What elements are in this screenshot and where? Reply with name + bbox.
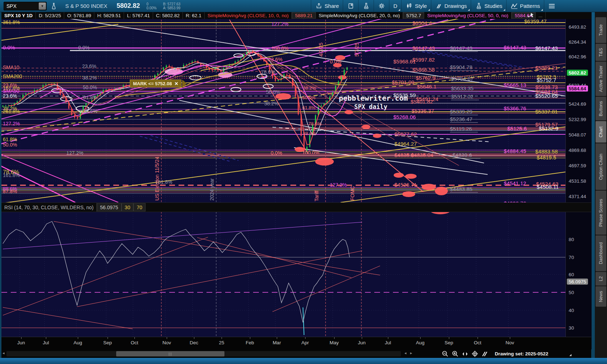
ohlc-cell-5: C: 5802.82 [153, 12, 183, 19]
drawings-button[interactable]: Drawings [431, 0, 471, 12]
ohlc-cell-7: SimpleMovingAvg (CLOSE, 10, 0, no) [205, 12, 292, 19]
menu-button[interactable] [544, 0, 559, 12]
month-tick [420, 337, 421, 339]
drawings-label: Drawings [445, 3, 467, 9]
timeframe-button[interactable]: D [389, 0, 401, 12]
symbol-combo[interactable]: SPX ▼ [4, 2, 47, 10]
sidebar-tab-label: L2 [598, 276, 603, 281]
sidebar-tab-buttons[interactable]: Buttons [596, 97, 606, 120]
dropdown-corner-icon [428, 9, 430, 11]
price-badge: 5802.82 [567, 70, 588, 76]
month-label: Dec [190, 340, 198, 345]
pointer-cursor-icon [527, 13, 534, 20]
draw-mode-icon[interactable] [482, 351, 488, 357]
mark-alert-text: MARK <= 5752.08 [133, 81, 172, 86]
mark-alert-pointer [182, 80, 187, 87]
time-axis[interactable]: JunJulAugSepOctNovDec25FebMarAprMayJunJu… [1, 337, 591, 350]
studies-button[interactable]: Studies [471, 0, 506, 12]
price-tick: 4697.59 [569, 163, 586, 168]
sidebar-tab-label: Chart [598, 126, 603, 138]
month-label: May [329, 340, 339, 345]
dropdown-corner-icon [398, 9, 400, 11]
style-button[interactable]: Style [401, 0, 431, 12]
month-label: Sep [103, 340, 112, 345]
sidebar-tab-label: Buttons [598, 101, 603, 116]
scrollbar-handle[interactable]: ||| [116, 351, 224, 356]
price-tick: 5232.99 [569, 117, 586, 122]
sidebar-tab-l2[interactable]: L2 [596, 272, 606, 286]
month-tick [167, 337, 167, 339]
sidebar-tab-active-trader[interactable]: Active Trader [596, 62, 606, 96]
notes-button[interactable]: i [343, 0, 358, 12]
link-flask-icon[interactable] [50, 3, 57, 10]
mark-alert-close-icon[interactable]: ✕ [174, 81, 178, 86]
sidebar-tab-label: Trade [598, 24, 603, 36]
quick-study-button[interactable] [358, 0, 374, 12]
zoom-in-icon[interactable] [452, 350, 459, 357]
drawing-set-label[interactable]: Drawing set: 2025-0522 [495, 351, 548, 356]
sidebar-tab-option-chain[interactable]: Option Chain [596, 143, 606, 190]
pan-right-icon[interactable]: ▸ [410, 351, 412, 355]
month-label: Sep [445, 340, 453, 345]
patterns-icon [511, 3, 518, 10]
month-tick [222, 337, 222, 339]
dropdown-corner-icon [541, 9, 543, 11]
zoom-controls [442, 350, 488, 358]
chart-status-header: SPX 10 Y 1DD: 5/23/25O: 5781.89H: 5829.5… [1, 12, 591, 19]
window-left-edge [0, 12, 1, 358]
month-tick [510, 337, 510, 339]
sidebar-tab-phase-scores[interactable]: Phase Scores [596, 191, 606, 235]
change-block: 0 0.00% [146, 2, 156, 10]
share-button[interactable]: Share [311, 0, 343, 12]
price-badge: 5584.64 [567, 86, 588, 92]
scroll-left-icon[interactable]: ◂ [3, 351, 5, 355]
settings-button[interactable] [374, 0, 389, 12]
pan-arrows-icon[interactable] [462, 351, 468, 356]
month-tick [134, 337, 135, 339]
rsi-panel[interactable] [1, 212, 565, 337]
price-tick: 4531.58 [569, 178, 586, 184]
month-tick [362, 337, 362, 339]
price-axis[interactable]: 6493.826264.346042.965623.445424.695232.… [565, 12, 592, 349]
month-label: Oct [474, 340, 481, 345]
sidebar-tab-trade[interactable]: Trade [596, 17, 606, 43]
symbol-dropdown-caret[interactable]: ▼ [39, 3, 46, 10]
chart-scrollbar[interactable]: ||| [6, 351, 401, 356]
svg-text:i: i [351, 4, 352, 6]
month-tick [449, 337, 449, 339]
month-label: Jul [385, 340, 391, 345]
rsi-cell-2: 30 [122, 203, 134, 211]
rsi-cell-3: 70 [133, 203, 146, 211]
notes-icon: i [347, 3, 354, 10]
month-label: Jun [358, 340, 366, 345]
crosshair-icon[interactable] [471, 350, 478, 357]
mark-alert-badge[interactable]: MARK <= 5752.08 ✕ [130, 80, 181, 87]
month-tick [78, 337, 78, 339]
sidebar-tab-chart[interactable]: Chart [596, 121, 606, 143]
studies-label: Studies [484, 3, 502, 9]
studies-icon [475, 3, 482, 10]
rsi-cell-0: RSI (14, 70, 30, CLOSE, WILDERS, no) [1, 203, 97, 212]
main-chart[interactable] [1, 19, 565, 202]
sidebar-tab-label: Active Trader [598, 66, 603, 92]
resize-corner-icon[interactable] [569, 354, 572, 356]
sidebar-tab-t-s[interactable]: T&S [596, 44, 606, 61]
patterns-button[interactable]: Patterns [506, 0, 544, 12]
dropdown-corner-icon [503, 9, 505, 11]
rsi-study-header: RSI (14, 70, 30, CLOSE, WILDERS, no)56.0… [1, 202, 591, 212]
sidebar-tab-news[interactable]: News [596, 286, 606, 307]
rsi-tick: 50 [569, 290, 574, 295]
month-tick [108, 337, 108, 339]
rsi-cell-1: 56.0975 [97, 203, 122, 211]
month-label: Nov [162, 340, 171, 345]
month-tick [305, 337, 305, 339]
month-tick [46, 337, 46, 339]
last-price: 5802.82 [117, 2, 140, 10]
ohlc-cell-2: O: 5781.89 [64, 12, 94, 19]
top-toolbar: SPX ▼ S & P 500 INDEX 5802.82 0 0.00% B:… [0, 0, 607, 12]
zoom-out-icon[interactable] [442, 350, 449, 357]
sidebar-tab-dashboard[interactable]: Dashboard [596, 235, 606, 271]
patterns-label: Patterns [520, 3, 540, 9]
sidebar-tab-label: T&S [598, 48, 603, 57]
pan-left-icon[interactable]: ◂ [404, 351, 407, 355]
